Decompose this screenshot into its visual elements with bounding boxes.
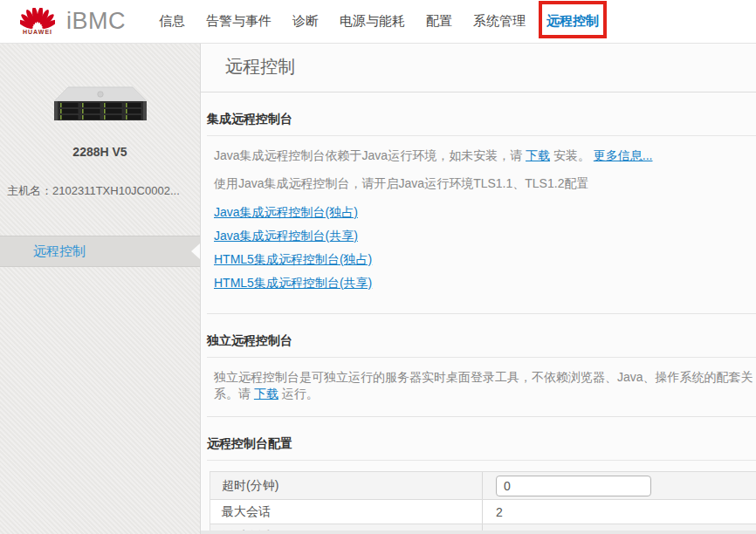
more-info-link[interactable]: 更多信息... xyxy=(594,148,653,162)
row-label: 最大会话 xyxy=(210,500,483,524)
html5-console-shared-link[interactable]: HTML5集成远程控制台(共享) xyxy=(214,276,372,291)
main-content: 远程控制 集成远程控制台 Java集成远程控制台依赖于Java运行环境，如未安装… xyxy=(201,44,756,531)
table-row-active-sessions: 活跃会话 0 xyxy=(210,524,756,531)
row-label: 超时(分钟) xyxy=(210,472,483,499)
active-sessions-value: 0 xyxy=(483,524,756,531)
sidebar-item-remote-control[interactable]: 远程控制 xyxy=(0,236,200,267)
max-sessions-value: 2 xyxy=(483,500,756,524)
sidebar: 2288H V5 主机名：2102311TXH10JC0002... 远程控制 xyxy=(0,44,201,534)
nav-system-management[interactable]: 系统管理 xyxy=(473,13,526,30)
server-image xyxy=(45,80,155,129)
nav-remote-control-label: 远程控制 xyxy=(546,13,599,28)
row-label: 活跃会话 xyxy=(210,524,483,531)
table-row-max-sessions: 最大会话 2 xyxy=(210,500,756,524)
sidebar-item-label: 远程控制 xyxy=(33,243,86,260)
config-table: 超时(分钟) 最大会话 2 活跃会话 0 通信加密 xyxy=(210,471,756,531)
section-heading: 集成远程控制台 xyxy=(207,92,756,136)
sidebar-menu: 远程控制 xyxy=(0,236,200,267)
console-links: Java集成远程控制台(独占) Java集成远程控制台(共享) HTML5集成远… xyxy=(214,205,756,291)
download-standalone-link[interactable]: 下载 xyxy=(254,387,278,400)
integrated-line2: 使用Java集成远程控制台，请开启Java运行环境TLS1.1、TLS1.2配置 xyxy=(214,175,756,192)
server-model: 2288H V5 xyxy=(0,145,200,159)
nav-diagnostics[interactable]: 诊断 xyxy=(292,13,319,30)
java-console-shared-link[interactable]: Java集成远程控制台(共享) xyxy=(214,229,358,244)
app-header: HUAWEI iBMC 信息 告警与事件 诊断 电源与能耗 配置 系统管理 远程… xyxy=(0,0,756,44)
table-row-timeout: 超时(分钟) xyxy=(210,472,756,500)
section-heading: 远程控制台配置 xyxy=(207,417,756,461)
ibmc-page: HUAWEI iBMC 信息 告警与事件 诊断 电源与能耗 配置 系统管理 远程… xyxy=(0,0,756,534)
huawei-logo-icon: HUAWEI xyxy=(17,8,58,35)
line1-mid: 安装。 xyxy=(550,148,594,162)
nav-alarms-events[interactable]: 告警与事件 xyxy=(206,13,271,30)
nav-info[interactable]: 信息 xyxy=(159,13,185,30)
section-console-config: 远程控制台配置 超时(分钟) 最大会话 2 活跃会话 0 xyxy=(207,417,756,531)
page-title: 远程控制 xyxy=(225,55,756,79)
huawei-logo-text: HUAWEI xyxy=(23,29,52,35)
java-console-exclusive-link[interactable]: Java集成远程控制台(独占) xyxy=(214,205,358,221)
hostname-label: 主机名：2102311TXH10JC0002... xyxy=(7,183,195,199)
timeout-input[interactable] xyxy=(496,476,651,496)
app-title: iBMC xyxy=(66,8,126,35)
line1-pre: Java集成远程控制台依赖于Java运行环境，如未安装，请 xyxy=(214,148,526,162)
nav-remote-control[interactable]: 远程控制 xyxy=(546,13,599,30)
download-java-link[interactable]: 下载 xyxy=(526,148,550,162)
nav-power-energy[interactable]: 电源与能耗 xyxy=(340,13,405,30)
standalone-post: 运行。 xyxy=(278,387,319,400)
section-heading: 独立远程控制台 xyxy=(207,314,756,358)
integrated-line1: Java集成远程控制台依赖于Java运行环境，如未安装，请 下载 安装。 更多信… xyxy=(214,147,756,164)
nav-configuration[interactable]: 配置 xyxy=(426,13,452,30)
section-integrated-console: 集成远程控制台 Java集成远程控制台依赖于Java运行环境，如未安装，请 下载… xyxy=(207,92,756,314)
html5-console-exclusive-link[interactable]: HTML5集成远程控制台(独占) xyxy=(214,252,372,268)
brand: HUAWEI iBMC xyxy=(17,8,126,35)
standalone-line: 独立远程控制台是可独立运行的服务器实时桌面登录工具，不依赖浏览器、Java、操作… xyxy=(214,369,756,402)
top-nav: 信息 告警与事件 诊断 电源与能耗 配置 系统管理 远程控制 xyxy=(159,13,620,30)
section-standalone-console: 独立远程控制台 独立远程控制台是可独立运行的服务器实时桌面登录工具，不依赖浏览器… xyxy=(207,314,756,417)
selected-arrow-icon xyxy=(191,243,200,259)
content-row: 2288H V5 主机名：2102311TXH10JC0002... 远程控制 … xyxy=(0,44,756,534)
